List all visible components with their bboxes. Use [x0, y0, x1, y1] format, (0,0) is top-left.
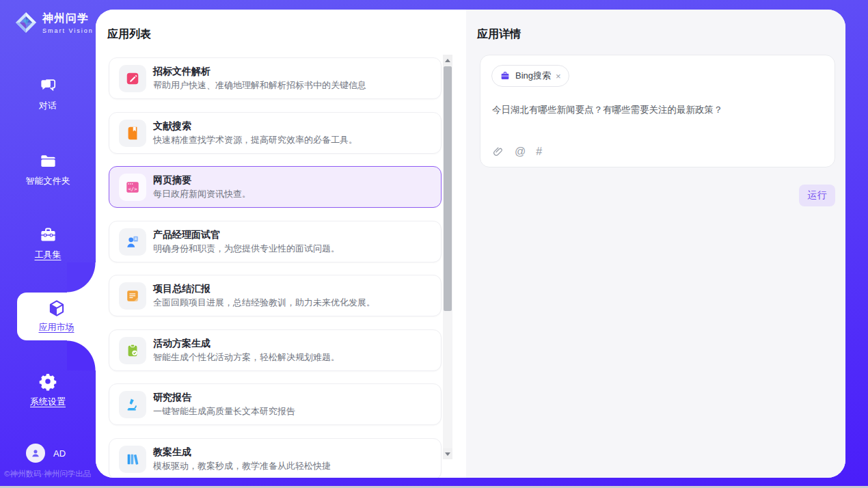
app-title: 活动方案生成: [153, 338, 211, 350]
app-icon-tile: </>: [119, 174, 146, 201]
prompt-card: Bing搜索 × 今日湖北有哪些新闻要点？有哪些需要关注的最新政策？ @ #: [480, 55, 835, 167]
app-card-event-plan[interactable]: 活动方案生成 智能生成个性化活动方案，轻松解决规划难题。: [109, 329, 442, 371]
sidebar-item-app-market[interactable]: 应用市场: [17, 293, 96, 340]
sidebar-item-label: 应用市场: [17, 321, 96, 334]
app-title: 文献搜索: [153, 120, 191, 133]
sidebar-item-label: 智能文件夹: [0, 175, 96, 187]
app-title: 网页摘要: [153, 174, 191, 187]
microscope-icon: [125, 397, 140, 412]
app-icon-tile: [119, 282, 146, 310]
app-icon-tile: [119, 391, 146, 418]
app-detail-pane: 应用详情 Bing搜索 × 今日湖北有哪些新闻要点？有哪些需要关注的最新政策？ …: [466, 10, 845, 478]
sidebar-item-label: 工具集: [0, 249, 96, 261]
triangle-down-icon: [445, 452, 450, 456]
triangle-up-icon: [445, 59, 450, 62]
tool-tag-label: Bing搜索: [515, 70, 551, 82]
app-card-pm-interviewer[interactable]: 产品经理面试官 明确身份和职责，为您提供专业性的面试问题。: [109, 221, 442, 262]
brand-name: 神州问学: [42, 12, 94, 26]
sidebar-item-toolset[interactable]: 工具集: [0, 226, 96, 261]
mention-icon[interactable]: @: [515, 146, 526, 157]
tool-tag-bing-search[interactable]: Bing搜索 ×: [491, 65, 569, 87]
sidebar-item-chat[interactable]: 对话: [0, 77, 96, 112]
app-title: 招标文件解析: [153, 66, 211, 78]
app-desc: 模板驱动，教案秒成，教学准备从此轻松快捷: [153, 460, 331, 472]
app-card-research-report[interactable]: 研究报告 一键智能生成高质量长文本研究报告: [109, 383, 442, 425]
app-cards: 招标文件解析 帮助用户快速、准确地理解和解析招标书中的关键信息 文献搜索 快速精…: [109, 57, 442, 478]
svg-text:</>: </>: [128, 186, 137, 192]
app-icon-tile: [119, 65, 146, 92]
sidebar-item-settings[interactable]: 系统设置: [0, 372, 96, 408]
sidebar: 神州问学 Smart Vision 对话 智能文件夹 工具集: [0, 0, 96, 488]
app-icon-tile: [119, 228, 146, 256]
briefcase-icon: [500, 70, 511, 81]
brand-logo: 神州问学 Smart Vision: [14, 10, 94, 35]
folder-icon: [39, 152, 57, 170]
sidebar-item-smart-folder[interactable]: 智能文件夹: [0, 152, 96, 187]
app-desc: 帮助用户快速、准确地理解和解析招标书中的关键信息: [153, 79, 366, 92]
app-list-scrollbar[interactable]: [443, 55, 452, 459]
app-icon-tile: [119, 337, 146, 364]
app-desc: 一键智能生成高质量长文本研究报告: [153, 405, 295, 418]
user-account[interactable]: AD: [26, 444, 66, 463]
app-title: 项目总结汇报: [153, 283, 211, 295]
paperclip-icon[interactable]: [492, 146, 504, 158]
gear-icon: [38, 372, 57, 391]
app-detail-title: 应用详情: [477, 27, 521, 42]
app-card-bid-analysis[interactable]: 招标文件解析 帮助用户快速、准确地理解和解析招标书中的关键信息: [109, 57, 442, 99]
brand-subtitle: Smart Vision: [42, 27, 94, 34]
toolbox-icon: [39, 226, 57, 244]
app-icon-tile: [119, 120, 146, 147]
app-title: 产品经理面试官: [153, 229, 220, 241]
copyright-footer: ©神州数码·神州问学出品: [4, 469, 91, 479]
hash-icon[interactable]: #: [536, 146, 542, 157]
composer-toolbar: @ #: [492, 146, 542, 158]
edit-document-icon: [125, 71, 140, 86]
query-text[interactable]: 今日湖北有哪些新闻要点？有哪些需要关注的最新政策？: [492, 103, 820, 117]
scroll-down-button[interactable]: [443, 448, 452, 459]
app-card-web-summary[interactable]: </> 网页摘要 每日政府新闻资讯快查。: [109, 166, 442, 208]
app-desc: 快速精准查找学术资源，提高研究效率的必备工具。: [153, 134, 357, 146]
avatar: [26, 444, 45, 463]
chat-icon: [39, 77, 57, 95]
app-title: 教案生成: [153, 446, 191, 459]
sidebar-item-label: 对话: [0, 100, 96, 112]
book-icon: [125, 126, 140, 141]
clipboard-check-icon: [125, 343, 140, 358]
app-card-literature-search[interactable]: 文献搜索 快速精准查找学术资源，提高研究效率的必备工具。: [109, 112, 442, 154]
scroll-up-button[interactable]: [443, 55, 452, 66]
app-desc: 明确身份和职责，为您提供专业性的面试问题。: [153, 243, 340, 255]
close-icon[interactable]: ×: [556, 71, 561, 81]
active-tab-fillet-bottom: [67, 340, 96, 370]
app-icon-tile: [119, 446, 146, 473]
user-icon: [30, 448, 41, 459]
books-icon: [125, 452, 140, 467]
interviewer-icon: [125, 234, 140, 249]
app-card-project-summary[interactable]: 项目总结汇报 全面回顾项目进展，总结经验教训，助力未来优化发展。: [109, 275, 442, 316]
user-name: AD: [53, 448, 66, 459]
app-desc: 全面回顾项目进展，总结经验教训，助力未来优化发展。: [153, 297, 375, 309]
cube-icon: [47, 299, 66, 318]
scrollbar-thumb[interactable]: [444, 66, 452, 311]
sidebar-item-label: 系统设置: [0, 396, 96, 408]
content-panel: 应用列表 招标文件解析 帮助用户快速、准确地理解和解析招标书中的关键信息: [96, 10, 845, 478]
active-tab-fillet-top: [67, 262, 96, 293]
app-list-pane: 应用列表 招标文件解析 帮助用户快速、准确地理解和解析招标书中的关键信息: [96, 10, 466, 478]
run-button[interactable]: 运行: [799, 185, 835, 206]
report-note-icon: [125, 288, 140, 303]
app-card-lesson-plan[interactable]: 教案生成 模板驱动，教案秒成，教学准备从此轻松快捷: [109, 438, 442, 478]
diamond-logo-icon: [14, 10, 38, 35]
browser-code-icon: </>: [125, 180, 140, 195]
app-desc: 每日政府新闻资讯快查。: [153, 188, 251, 200]
app-desc: 智能生成个性化活动方案，轻松解决规划难题。: [153, 351, 340, 364]
app-list-title: 应用列表: [107, 27, 151, 42]
app-title: 研究报告: [153, 392, 191, 404]
